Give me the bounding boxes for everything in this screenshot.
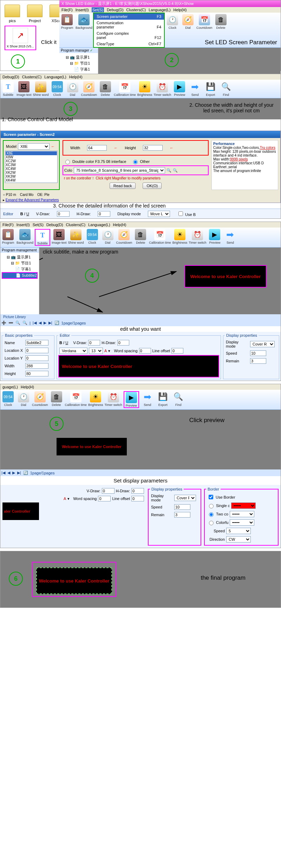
tool-export[interactable]: 💾Export — [203, 81, 217, 97]
style3-select[interactable]: ━━━ — [230, 519, 254, 526]
display-mode-select[interactable]: Move L — [148, 211, 170, 217]
tool-timerswitch[interactable]: ⏰Timer switch — [189, 229, 206, 246]
remain-input[interactable] — [174, 512, 190, 518]
tool-subtitle[interactable]: TSubtitle — [1, 81, 15, 97]
tool-delete[interactable]: 🗑Delete — [98, 81, 112, 97]
expand-link[interactable]: Expand the Advanced Parameters — [6, 198, 59, 202]
tool-imagetext[interactable]: 🖼Image-text — [17, 81, 32, 97]
radio-colorful[interactable] — [209, 521, 214, 525]
tool-preview[interactable]: ▶Preview — [124, 391, 139, 408]
tool-subtitle[interactable]: TSubtitle — [35, 229, 50, 246]
menubar-3[interactable]: Debug(D)Clusters(C)Language(L)Help(H) — [0, 74, 281, 80]
mag-plus-icon[interactable]: 🔍 — [166, 168, 171, 173]
border-dir-select[interactable]: CW — [226, 536, 251, 542]
color-select[interactable]: 75 Interface_8 Scanning_8 lines per area… — [74, 167, 165, 173]
font-select[interactable]: Verdana — [59, 348, 87, 354]
locx-input[interactable] — [25, 348, 48, 353]
tool-send[interactable]: ➡Send — [188, 81, 202, 97]
tool-countdown[interactable]: 🧭Countdown — [32, 391, 48, 408]
tool-caltime[interactable]: 📅Calibration time — [65, 391, 87, 408]
radio-single[interactable] — [209, 504, 214, 508]
tool-delete[interactable]: 🗑Delete — [50, 391, 64, 408]
model-select[interactable]: X8E — [18, 143, 50, 150]
tool-send[interactable]: ➡Send — [140, 391, 155, 408]
tool-countdown[interactable]: 🧭Countdown — [116, 229, 132, 246]
readback-button[interactable]: Read back — [110, 183, 136, 189]
xshow-shortcut[interactable]: ↗ X Show 2015 (V5... — [7, 28, 34, 48]
hdraw-input[interactable] — [117, 340, 129, 346]
tool-find[interactable]: 🔍Find — [171, 391, 185, 408]
useborder-check[interactable] — [209, 495, 213, 499]
tool-send[interactable]: ➡Send — [223, 229, 237, 246]
width-input[interactable] — [87, 145, 107, 151]
menubar-4[interactable]: File(F)Insert(I)Set(S)Debug(D)Clusters(C… — [0, 222, 281, 228]
remain-input[interactable] — [250, 358, 266, 364]
name-input[interactable] — [25, 340, 48, 346]
tool-timerswitch[interactable]: ⏰Timer switch — [105, 391, 122, 408]
height-input[interactable] — [25, 371, 48, 376]
menu-screen-parameter[interactable]: Screen parameterF3 — [94, 13, 164, 20]
program-tree-4[interactable]: ⊟ 📺 显示屏1 ⊟ 📁 节目1 📄 字幕1 📄 Subtitle2 — [0, 253, 39, 280]
wordspacing-input[interactable] — [139, 348, 151, 354]
tool-export[interactable]: 💾Export — [156, 391, 170, 408]
radio-dc[interactable] — [65, 160, 70, 164]
folder-pics[interactable]: pics — [5, 5, 20, 23]
menu-comm-parameter[interactable]: Communication parameterF4 — [94, 20, 164, 30]
vdraw-input[interactable] — [102, 488, 115, 494]
menu-set[interactable]: Set(S) — [92, 7, 104, 12]
menubar[interactable]: File(F)Insert(I)Set(S)Debug(D)Clusters(C… — [59, 7, 281, 13]
speed-input[interactable] — [174, 504, 190, 510]
pager-4[interactable]: ➕➖🔍🔍 | |◀◀▶▶| 🔄 1page/1pages — [0, 320, 281, 326]
tool-brightness[interactable]: ☀Brightness — [88, 391, 103, 408]
tool-clock[interactable]: 🕐Clock — [165, 14, 179, 46]
speed-input[interactable] — [250, 350, 266, 356]
hdraw-input[interactable] — [98, 211, 110, 217]
radio-two[interactable] — [209, 512, 214, 517]
dm-select[interactable]: Cover R — [174, 495, 196, 501]
vdraw-input[interactable] — [57, 211, 70, 217]
tool-caltime[interactable]: 📅Calibration time — [114, 81, 136, 97]
tool-imagetext[interactable]: 🖼Image-text — [52, 229, 67, 246]
tool-shineword[interactable]: ✨Shine word — [68, 229, 84, 246]
locy-input[interactable] — [25, 355, 48, 361]
editor-preview[interactable]: Welcome to use Kaler Controller — [58, 355, 219, 377]
vdraw-input[interactable] — [88, 340, 100, 346]
pager-5[interactable]: |◀◀▶▶| 🔄 1page/1pages — [0, 469, 281, 476]
tool-dial[interactable]: 🕐Dial — [66, 81, 80, 97]
editor-preview-5[interactable]: aler Controller — [2, 502, 39, 520]
tool-background[interactable]: 🐟Background — [76, 14, 92, 46]
ok-button[interactable]: OK(O) — [143, 183, 162, 189]
program-tree[interactable]: ⊟ 📺 显示屏1 ⊟ 📁 节目1 📄 字幕1 — [59, 53, 98, 74]
wordspacing-input[interactable] — [98, 496, 111, 501]
width-input[interactable] — [25, 363, 48, 369]
tool-program[interactable]: 📋Program — [60, 14, 74, 46]
style2-select[interactable]: ━━━ — [230, 511, 254, 517]
folder-project[interactable]: Project — [27, 5, 43, 23]
tool-brightness[interactable]: ☀Brightness — [137, 81, 152, 97]
tool-background[interactable]: 🐟Background — [17, 229, 33, 246]
menu-cleartype[interactable]: ClearTypeCtrl+F7 — [94, 41, 164, 47]
fontsize-select[interactable]: 13 — [89, 348, 103, 354]
tool-preview[interactable]: ▶Preview — [208, 229, 222, 246]
tool-countdown[interactable]: 🧭Countdown — [81, 81, 97, 97]
tool-shineword[interactable]: ✨Shine word — [33, 81, 49, 97]
menubar-5[interactable]: guage(L)Help(H) — [0, 384, 281, 390]
lineoffset-input[interactable] — [171, 348, 183, 354]
mag-minus-icon[interactable]: 🔍 — [173, 168, 178, 173]
tool-delete[interactable]: 🗑Delete — [133, 229, 148, 246]
height-input[interactable] — [143, 145, 163, 151]
tool-brightness[interactable]: ☀Brightness — [172, 229, 188, 246]
useb-check[interactable] — [178, 211, 183, 216]
tool-clock[interactable]: 09:54Clock — [1, 391, 15, 408]
tool-clock[interactable]: 09:54Clock — [50, 81, 64, 97]
tool-dial[interactable]: 🧭Dial — [181, 14, 195, 46]
radio-other[interactable] — [133, 160, 138, 164]
hdraw-input[interactable] — [131, 488, 144, 494]
tool-program[interactable]: 📋Program — [1, 229, 15, 246]
tool-dial[interactable]: 🕐Dial — [17, 391, 31, 408]
tool-clock[interactable]: 09:54Clock — [85, 229, 99, 246]
tool-caltime[interactable]: 📅Calibration time — [149, 229, 171, 246]
lineoffset-input[interactable] — [131, 496, 144, 501]
dm-select[interactable]: Cover R — [250, 341, 275, 347]
border-speed-select[interactable]: 5 — [226, 528, 251, 534]
